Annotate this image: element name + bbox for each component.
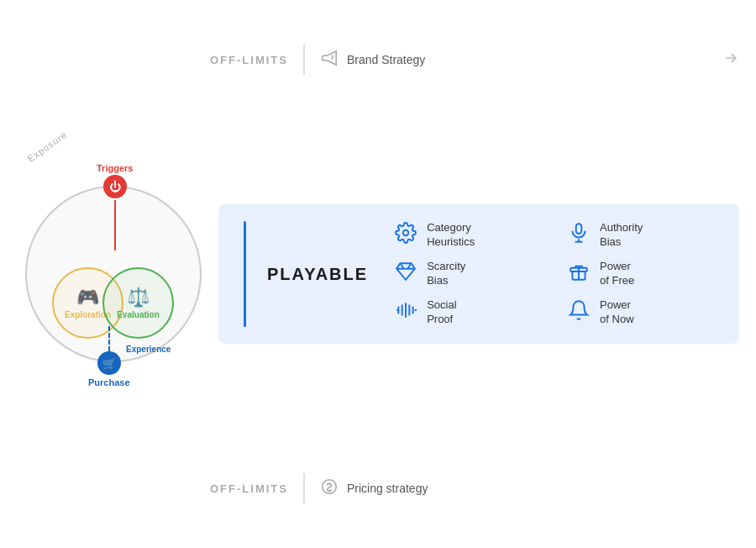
off-limits-top-label: OFF-LIMITS (210, 54, 288, 66)
power-of-free-text: Powerof Free (600, 260, 634, 288)
triggers-label: Triggers (97, 163, 133, 173)
waveform-icon (393, 299, 418, 326)
power-of-now-text: Powerof Now (600, 298, 633, 327)
playable-grid: CategoryHeuristics AuthorityBias (393, 221, 722, 326)
megaphone-icon (320, 49, 339, 71)
mic-icon (566, 222, 591, 249)
exploration-icon: 🎮 (76, 287, 99, 308)
dollar-circle-icon (320, 477, 339, 500)
social-proof-text: SocialProof (427, 298, 456, 327)
triggers-line (114, 200, 116, 250)
purchase-line (108, 326, 110, 351)
category-heuristics-item: CategoryHeuristics (393, 221, 549, 250)
divider-top (303, 45, 305, 75)
playable-label: PLAYABLE (267, 265, 368, 284)
social-proof-item: SocialProof (393, 298, 549, 327)
diamond-icon (393, 261, 418, 287)
off-limits-bottom-label: OFF-LIMITS (210, 482, 288, 495)
power-of-now-item: Powerof Now (566, 298, 722, 327)
evaluation-icon: ⚖️ (127, 287, 150, 308)
off-limits-bottom: OFF-LIMITS Pricing strategy (17, 459, 739, 518)
svg-rect-1 (576, 224, 582, 234)
evaluation-label: Evaluation (117, 310, 160, 319)
purchase-label: Purchase (88, 377, 130, 387)
off-limits-top: OFF-LIMITS Brand Strategy (17, 30, 739, 89)
main-row: 🎮 Exploration ⚖️ Evaluation Exposure Tri… (17, 89, 739, 459)
scarcity-bias-text: ScarcityBias (427, 260, 465, 288)
off-limits-bottom-text: Pricing strategy (347, 482, 428, 495)
purchase-group: 🛒 Purchase (88, 324, 130, 387)
triggers-group: Triggers ⏻ (97, 163, 133, 250)
authority-bias-item: AuthorityBias (566, 221, 722, 250)
gear-icon (393, 222, 418, 249)
purchase-cart-icon: 🛒 (97, 351, 121, 375)
bell-icon (566, 299, 591, 326)
svg-point-0 (403, 230, 409, 236)
power-of-free-item: Powerof Free (566, 260, 722, 288)
experience-label: Experience (126, 345, 171, 354)
exposure-label: Exposure (26, 129, 70, 164)
arrow-right-icon (722, 50, 739, 71)
main-container: OFF-LIMITS Brand Strategy 🎮 Exploration (17, 30, 739, 518)
circle-diagram: 🎮 Exploration ⚖️ Evaluation Exposure Tri… (17, 148, 210, 400)
gift-icon (566, 261, 591, 287)
divider-bottom (303, 473, 305, 503)
scarcity-bias-item: ScarcityBias (393, 260, 549, 288)
category-heuristics-text: CategoryHeuristics (427, 221, 475, 250)
off-limits-top-text: Brand Strategy (347, 53, 425, 66)
playable-section: PLAYABLE CategoryHeuristics (218, 204, 739, 343)
authority-bias-text: AuthorityBias (600, 221, 643, 250)
triggers-power-icon: ⏻ (103, 175, 127, 198)
playable-border (244, 221, 246, 326)
